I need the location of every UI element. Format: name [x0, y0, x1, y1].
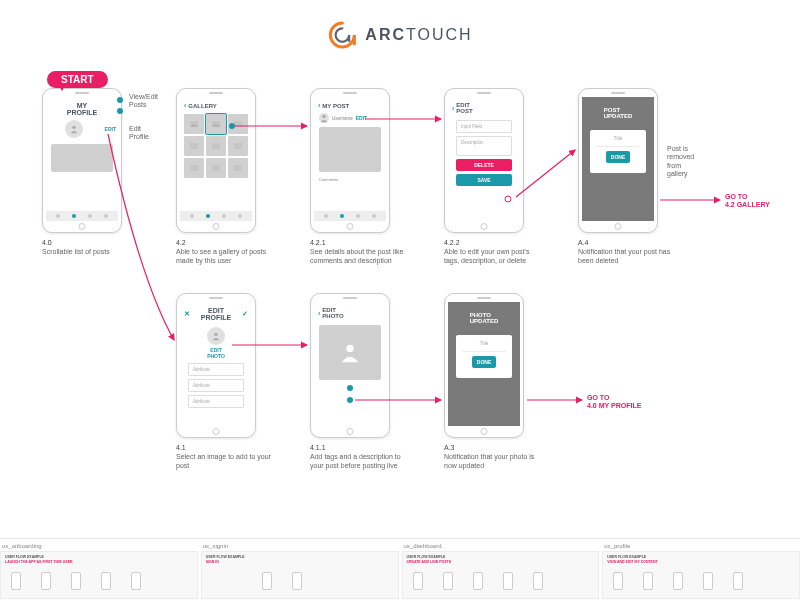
caption-41: 4.1Select an image to add to your post	[176, 443, 276, 470]
photo-preview	[319, 325, 381, 380]
flow-arrows	[0, 0, 800, 600]
doc-profile[interactable]: ux_profile USER FLOW EXAMPLE VIEW AND ED…	[602, 543, 800, 600]
screen-edit-profile: ✕ EDIT PROFILE ✓ EDIT PHOTO Attribute At…	[176, 293, 256, 438]
screen-edit-photo: ‹EDIT PHOTO	[310, 293, 390, 438]
screen-edit-post: ‹EDIT POST Input Field Description DELET…	[444, 88, 524, 233]
gallery-title: ‹GALLERY	[180, 97, 252, 112]
svg-rect-8	[234, 143, 242, 149]
goto-profile: GO TO 4.0 MY PROFILE	[587, 394, 641, 411]
svg-rect-6	[190, 143, 198, 149]
screen-photo-updated: PHOTO UPDATED Title DONE	[444, 293, 524, 438]
svg-rect-7	[212, 143, 220, 149]
svg-rect-11	[234, 165, 242, 171]
done-button[interactable]: DONE	[472, 356, 496, 368]
back-icon[interactable]: ‹	[318, 102, 320, 109]
caption-422: 4.2.2Able to edit your own post's tags, …	[444, 238, 544, 265]
attribute-field-2[interactable]: Attribute	[188, 379, 244, 392]
caption-a4: A.4Notification that your post has been …	[578, 238, 678, 265]
doc-signin[interactable]: ux_signin USER FLOW EXAMPLE SIGN IN	[201, 543, 399, 600]
gallery-grid[interactable]	[180, 112, 252, 180]
photo-updated-title: PHOTO UPDATED	[448, 302, 520, 327]
back-icon[interactable]: ‹	[452, 105, 454, 112]
post-image	[319, 127, 381, 172]
description-field[interactable]: Description	[456, 136, 512, 156]
caption-a3: A.3Notification that your photo is now u…	[444, 443, 544, 470]
doc-dashboard[interactable]: ux_dashboard USER FLOW EXAMPLE CREATE AN…	[402, 543, 600, 600]
delete-button[interactable]: DELETE	[456, 159, 512, 171]
post-placeholder	[51, 144, 113, 172]
doc-onboarding[interactable]: ux_onboarding USER FLOW EXAMPLE LAUNCH T…	[0, 543, 198, 600]
post-updated-title: POST UPDATED	[582, 97, 654, 122]
svg-point-14	[346, 344, 353, 351]
confirmation-modal: Title DONE	[456, 335, 512, 378]
profile-photo-icon	[207, 327, 225, 345]
caption-42: 4.2Able to see a gallery of posts made b…	[176, 238, 276, 265]
attribute-field-1[interactable]: Attribute	[188, 363, 244, 376]
brand-logo: ARCTOUCH	[327, 20, 472, 50]
back-icon[interactable]: ‹	[184, 102, 186, 109]
attribute-field-3[interactable]: Attribute	[188, 395, 244, 408]
svg-point-0	[73, 126, 76, 129]
edit-photo-link[interactable]: EDIT PHOTO	[180, 347, 252, 359]
confirmation-modal: Title DONE	[590, 130, 646, 173]
save-button[interactable]: SAVE	[456, 174, 512, 186]
my-profile-title: MY PROFILE	[46, 97, 118, 118]
caption-40: 4.0Scrollable list of posts	[42, 238, 142, 256]
modal-title: Title	[596, 136, 640, 144]
modal-title: Title	[462, 341, 506, 349]
svg-rect-5	[234, 121, 242, 127]
caption-421: 4.2.1See details about the post like com…	[310, 238, 410, 265]
start-badge: START	[47, 71, 108, 88]
annot-edit-profile: Edit Profile	[129, 125, 149, 142]
logo-text: ARCTOUCH	[365, 26, 472, 44]
edit-profile-link[interactable]: EDIT	[105, 126, 116, 132]
avatar-icon	[65, 120, 83, 138]
screen-my-profile: MY PROFILE EDIT	[42, 88, 122, 233]
annot-post-removed: Post is removed from gallery	[667, 145, 717, 179]
input-field[interactable]: Input Field	[456, 120, 512, 133]
edit-photo-title: ‹EDIT PHOTO	[314, 302, 386, 322]
screen-gallery: ‹GALLERY	[176, 88, 256, 233]
svg-point-12	[322, 115, 325, 118]
confirm-icon[interactable]: ✓	[242, 310, 248, 318]
done-button[interactable]: DONE	[606, 151, 630, 163]
caption-411: 4.1.1Add tags and a description to your …	[310, 443, 410, 470]
svg-rect-10	[212, 165, 220, 171]
document-thumbnails: ux_onboarding USER FLOW EXAMPLE LAUNCH T…	[0, 538, 800, 600]
logo-swirl-icon	[327, 20, 357, 50]
my-post-title: ‹MY POST	[314, 97, 386, 112]
screen-my-post: ‹MY POST Username EDIT Comments	[310, 88, 390, 233]
comments-label: Comments	[314, 175, 386, 184]
svg-point-13	[214, 333, 217, 336]
screen-post-updated: POST UPDATED Title DONE	[578, 88, 658, 233]
back-icon[interactable]: ‹	[318, 310, 320, 317]
edit-post-link[interactable]: EDIT	[356, 115, 367, 121]
user-avatar-icon	[319, 113, 329, 123]
annot-view-edit: View/Edit Posts	[129, 93, 158, 110]
goto-gallery: GO TO 4.2 GALLERY	[725, 193, 770, 210]
username-label: Username	[332, 116, 353, 121]
tab-bar[interactable]	[46, 211, 118, 221]
action-dot[interactable]	[347, 385, 353, 391]
svg-rect-9	[190, 165, 198, 171]
close-icon[interactable]: ✕	[184, 310, 190, 318]
edit-profile-titlebar: ✕ EDIT PROFILE ✓	[180, 302, 252, 323]
edit-post-title: ‹EDIT POST	[448, 97, 520, 117]
